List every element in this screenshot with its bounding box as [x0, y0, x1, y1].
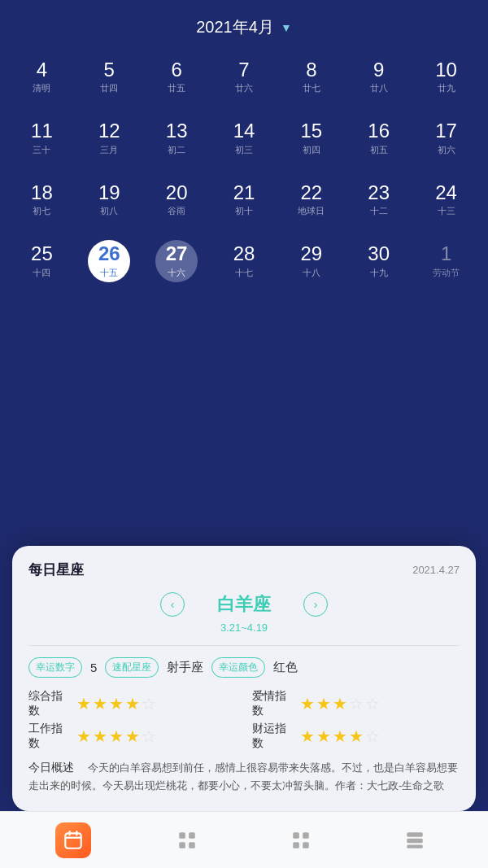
- star-5: ☆: [365, 694, 380, 713]
- calendar-grid-container: 4清明5廿四6廿五7廿六8廿七9廿八10廿九11三十12三月13初二14初三15…: [0, 46, 488, 292]
- calendar-day-10[interactable]: 10廿九: [412, 46, 480, 107]
- star-4: ★: [125, 694, 140, 713]
- star-3: ★: [333, 694, 347, 713]
- star-2: ★: [93, 726, 107, 746]
- star-5: ☆: [142, 726, 156, 746]
- work-index: 工作指数 ★ ★ ★ ★ ☆: [28, 722, 236, 751]
- finance-stars: ★ ★ ★ ★ ☆: [300, 726, 380, 746]
- lucky-star-badge: 速配星座: [105, 657, 159, 678]
- overall-stars: ★ ★ ★ ★ ☆: [76, 694, 156, 713]
- star-5: ☆: [142, 694, 156, 713]
- star-1: ★: [300, 726, 315, 746]
- calendar-day-14[interactable]: 14初三: [211, 107, 278, 168]
- nav-item-1[interactable]: [169, 822, 205, 858]
- calendar-nav-icon: [55, 822, 91, 858]
- calendar-day-9[interactable]: 9廿八: [345, 46, 412, 107]
- calendar-day-25[interactable]: 25十四: [8, 230, 76, 291]
- zodiac-navigation: ‹ 白羊座 ›: [28, 592, 460, 617]
- calendar-day-26[interactable]: 26十五: [76, 230, 143, 291]
- calendar-day-22[interactable]: 22地球日: [277, 169, 345, 230]
- calendar-day-28[interactable]: 28十七: [211, 230, 278, 291]
- index-row-1: 综合指数 ★ ★ ★ ★ ☆ 爱情指数 ★ ★ ★ ☆ ☆: [28, 689, 460, 718]
- star-1: ★: [76, 694, 91, 713]
- calendar-day-21[interactable]: 21初十: [211, 169, 278, 230]
- nav-icon-1: [169, 822, 205, 858]
- next-zodiac-button[interactable]: ›: [303, 592, 328, 617]
- love-index: 爱情指数 ★ ★ ★ ☆ ☆: [252, 689, 460, 718]
- star-4: ★: [349, 726, 364, 746]
- lucky-color-badge: 幸运颜色: [211, 657, 265, 678]
- calendar-day-8[interactable]: 8廿七: [277, 46, 345, 107]
- summary-section: 今日概述 今天的白羊容易想到前任，感情上很容易带来失落感。不过，也是白羊容易想要…: [28, 759, 460, 795]
- calendar-day-11[interactable]: 11三十: [8, 107, 76, 168]
- calendar-day-27[interactable]: 27十六: [143, 230, 211, 291]
- calendar-day-30[interactable]: 30十九: [345, 230, 412, 291]
- star-2: ★: [316, 726, 331, 746]
- calendar-day-20[interactable]: 20谷雨: [143, 169, 211, 230]
- calendar-day-23[interactable]: 23十二: [345, 169, 412, 230]
- card-title: 每日星座: [28, 560, 84, 579]
- overall-label: 综合指数: [28, 689, 73, 718]
- svg-rect-8: [293, 832, 299, 839]
- card-header: 每日星座 2021.4.27: [28, 560, 460, 579]
- star-2: ★: [93, 694, 107, 713]
- calendar-day-24[interactable]: 24十三: [412, 169, 480, 230]
- star-3: ★: [333, 726, 347, 746]
- svg-rect-13: [407, 838, 423, 842]
- calendar-day-6[interactable]: 6廿五: [143, 46, 211, 107]
- star-1: ★: [76, 726, 91, 746]
- card-date: 2021.4.27: [412, 564, 460, 576]
- nav-item-2[interactable]: [283, 822, 319, 858]
- lucky-number-badge: 幸运数字: [28, 657, 82, 678]
- divider: [28, 645, 460, 646]
- love-label: 爱情指数: [252, 689, 297, 718]
- svg-rect-6: [179, 842, 185, 848]
- star-4: ★: [125, 726, 140, 746]
- horoscope-card: 每日星座 2021.4.27 ‹ 白羊座 › 3.21~4.19 幸运数字 5 …: [12, 546, 476, 811]
- dropdown-arrow-icon[interactable]: ▼: [281, 21, 292, 34]
- calendar-day-19[interactable]: 19初八: [76, 169, 143, 230]
- star-3: ★: [109, 694, 124, 713]
- summary-label: 今日概述: [28, 761, 74, 774]
- lucky-color-value: 红色: [273, 660, 298, 675]
- month-year-title: 2021年4月: [196, 16, 274, 38]
- prev-zodiac-button[interactable]: ‹: [160, 592, 185, 617]
- svg-rect-7: [189, 842, 195, 848]
- svg-rect-12: [407, 832, 423, 836]
- calendar-day-12[interactable]: 12三月: [76, 107, 143, 168]
- calendar-day-5[interactable]: 5廿四: [76, 46, 143, 107]
- lucky-info-row: 幸运数字 5 速配星座 射手座 幸运颜色 红色: [28, 657, 460, 678]
- finance-index: 财运指数 ★ ★ ★ ★ ☆: [252, 722, 460, 751]
- svg-rect-9: [303, 832, 309, 839]
- svg-rect-10: [293, 842, 299, 848]
- zodiac-name: 白羊座: [217, 592, 271, 617]
- nav-item-calendar[interactable]: [55, 822, 91, 858]
- calendar-day-17[interactable]: 17初六: [412, 107, 480, 168]
- calendar-day-15[interactable]: 15初四: [277, 107, 345, 168]
- calendar-day-29[interactable]: 29十八: [277, 230, 345, 291]
- nav-item-3[interactable]: [397, 822, 433, 858]
- calendar-day-4[interactable]: 4清明: [8, 46, 76, 107]
- lucky-star-value: 射手座: [167, 660, 203, 675]
- love-stars: ★ ★ ★ ☆ ☆: [300, 694, 380, 713]
- svg-rect-4: [179, 832, 185, 839]
- star-5: ☆: [365, 726, 380, 746]
- overall-index: 综合指数 ★ ★ ★ ★ ☆: [28, 689, 236, 718]
- calendar-day-7[interactable]: 7廿六: [211, 46, 278, 107]
- calendar-day-16[interactable]: 16初五: [345, 107, 412, 168]
- nav-icon-3: [397, 822, 433, 858]
- finance-label: 财运指数: [252, 722, 297, 751]
- star-2: ★: [316, 694, 331, 713]
- star-1: ★: [300, 694, 315, 713]
- calendar-header[interactable]: 2021年4月 ▼: [0, 0, 488, 46]
- svg-rect-14: [407, 844, 423, 848]
- calendar-day-1[interactable]: 1劳动节: [412, 230, 480, 291]
- star-3: ★: [109, 726, 124, 746]
- zodiac-date-range: 3.21~4.19: [28, 622, 460, 634]
- calendar-day-18[interactable]: 18初七: [8, 169, 76, 230]
- calendar-day-13[interactable]: 13初二: [143, 107, 211, 168]
- index-row-2: 工作指数 ★ ★ ★ ★ ☆ 财运指数 ★ ★ ★ ★ ☆: [28, 722, 460, 751]
- svg-rect-11: [303, 842, 309, 848]
- bottom-navigation: [0, 811, 488, 868]
- nav-icon-2: [283, 822, 319, 858]
